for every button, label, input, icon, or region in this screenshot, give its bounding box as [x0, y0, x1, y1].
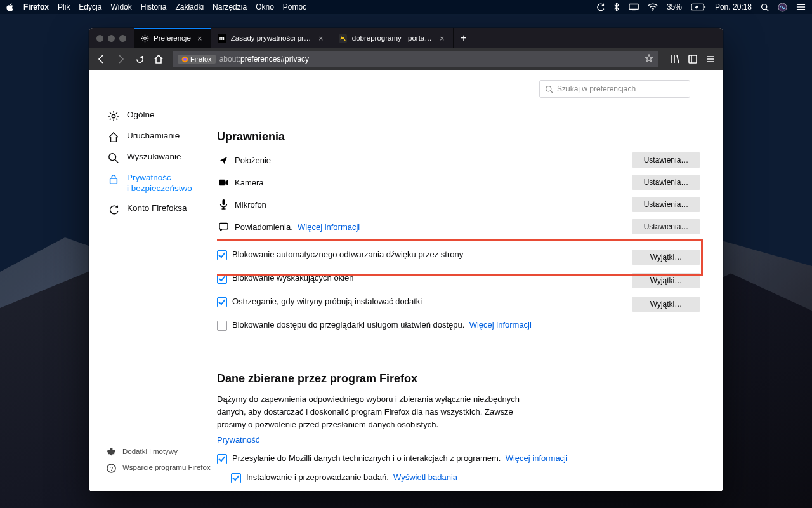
apple-icon[interactable] [6, 3, 15, 11]
addons-exceptions-button[interactable]: Wyjątki… [632, 297, 700, 312]
a11y-more-info-link[interactable]: Więcej informacji [469, 320, 532, 330]
close-icon[interactable]: × [317, 34, 325, 43]
notification-center-icon[interactable] [796, 3, 806, 11]
location-settings-button[interactable]: Ustawienia… [632, 152, 700, 168]
siri-icon[interactable] [778, 3, 787, 12]
telemetry-label: Przesyłanie do Mozilli danych techniczny… [232, 453, 700, 463]
sidebar-button[interactable] [684, 50, 702, 68]
telemetry-more-info-link[interactable]: Więcej informacji [506, 453, 568, 463]
microphone-settings-button[interactable]: Ustawienia… [632, 197, 700, 212]
svg-point-4 [762, 4, 767, 9]
app-menu-button[interactable] [702, 50, 719, 68]
battery-icon[interactable] [691, 3, 706, 11]
notifications-settings-button[interactable]: Ustawienia… [632, 219, 700, 234]
svg-point-12 [112, 114, 115, 117]
view-studies-link[interactable]: Wyświetl badania [393, 472, 457, 482]
autoplay-exceptions-button[interactable]: Wyjątki… [632, 250, 700, 265]
block-a11y-label: Blokowanie dostępu do przeglądarki usług… [232, 320, 700, 330]
permission-row-location: Położenie Ustawienia… [217, 151, 700, 169]
tab-label: Preferencje [154, 34, 191, 42]
block-popups-checkbox[interactable] [217, 274, 227, 284]
block-popups-label: Blokowanie wyskakujących okien [232, 273, 627, 283]
wifi-icon[interactable] [648, 3, 658, 11]
bookmark-star-icon[interactable] [645, 54, 653, 65]
identity-label: Firefox [190, 55, 212, 63]
minimize-window-icon[interactable] [108, 35, 115, 42]
tab-dobreprogramy[interactable]: dobreprogramy - portal nie tylk × [332, 28, 454, 48]
sidebar-support-link[interactable]: ? Wsparcie programu Firefox [107, 460, 214, 476]
tab-privacy-policy[interactable]: m Zasady prywatności przeglądar × [211, 28, 332, 48]
menubar-plik[interactable]: Plik [58, 3, 70, 11]
zoom-window-icon[interactable] [119, 35, 126, 42]
close-icon[interactable]: × [195, 34, 204, 43]
permission-row-camera: Kamera Ustawienia… [217, 173, 700, 191]
block-a11y-checkbox[interactable] [217, 321, 227, 331]
sidebar-item-label: Wsparcie programu Firefox [122, 464, 211, 471]
preferences-sidebar: Ogólne Uruchamianie Wyszukiwanie Prywatn… [89, 70, 217, 491]
display-icon[interactable] [629, 3, 639, 11]
svg-point-13 [109, 154, 116, 161]
svg-rect-11 [689, 55, 697, 63]
navigation-toolbar: Firefox about:preferences#privacy [89, 48, 723, 70]
forward-button[interactable] [112, 50, 129, 68]
tab-bar: Preferencje × m Zasady prywatności przeg… [89, 28, 723, 48]
bluetooth-icon[interactable] [614, 3, 620, 11]
menubar-edycja[interactable]: Edycja [79, 3, 102, 11]
permission-label: Położenie [235, 156, 627, 165]
notifications-icon [217, 222, 230, 231]
sidebar-item-sync[interactable]: Konto Firefoksa [108, 199, 217, 220]
site-icon [339, 34, 348, 43]
sidebar-item-label: Dodatki i motywy [122, 448, 178, 455]
spotlight-icon[interactable] [761, 3, 769, 11]
menubar-clock[interactable]: Pon. 20:18 [715, 3, 752, 11]
home-button[interactable] [150, 50, 167, 68]
sidebar-item-general[interactable]: Ogólne [108, 105, 217, 126]
back-button[interactable] [93, 50, 110, 68]
reload-button[interactable] [131, 50, 148, 68]
sidebar-addons-link[interactable]: Dodatki i motywy [107, 444, 214, 460]
tab-label: Zasady prywatności przeglądar [231, 34, 312, 42]
studies-row: Instalowanie i przeprowadzanie badań. Wy… [231, 471, 700, 485]
window-controls[interactable] [89, 28, 134, 48]
data-collection-heading: Dane zbierane przez program Firefox [217, 372, 700, 385]
sync-icon[interactable] [596, 3, 605, 11]
svg-text:?: ? [110, 465, 113, 472]
menubar-widok[interactable]: Widok [110, 3, 131, 11]
warn-addons-checkbox[interactable] [217, 297, 227, 307]
popups-exceptions-button[interactable]: Wyjątki… [632, 273, 700, 288]
telemetry-checkbox[interactable] [217, 454, 227, 464]
menubar-okno[interactable]: Okno [256, 3, 274, 11]
new-tab-button[interactable]: + [454, 28, 474, 48]
studies-checkbox[interactable] [231, 473, 241, 483]
privacy-notice-link[interactable]: Prywatność [217, 435, 259, 444]
search-placeholder: Szukaj w preferencjach [557, 84, 636, 93]
notifications-more-info-link[interactable]: Więcej informacji [298, 222, 360, 232]
close-window-icon[interactable] [96, 35, 103, 42]
permissions-heading: Uprawnienia [217, 130, 700, 144]
preferences-search-input[interactable]: Szukaj w preferencjach [539, 80, 690, 98]
svg-point-7 [143, 37, 146, 39]
battery-percent[interactable]: 35% [667, 3, 682, 11]
tab-preferences[interactable]: Preferencje × [134, 28, 211, 48]
warn-addons-row: Ostrzeganie, gdy witryny próbują instalo… [217, 295, 700, 314]
close-icon[interactable]: × [438, 34, 447, 43]
menubar-historia[interactable]: Historia [141, 3, 167, 11]
firefox-window: Preferencje × m Zasady prywatności przeg… [89, 28, 723, 491]
menubar-app[interactable]: Firefox [23, 3, 49, 11]
library-button[interactable] [666, 50, 684, 68]
identity-box[interactable]: Firefox [178, 55, 216, 64]
sidebar-item-home[interactable]: Uruchamianie [108, 126, 217, 147]
block-autoplay-checkbox[interactable] [217, 250, 227, 260]
mozilla-icon: m [218, 34, 226, 43]
sidebar-item-search[interactable]: Wyszukiwanie [108, 147, 217, 168]
url-bar[interactable]: Firefox about:preferences#privacy [173, 51, 658, 67]
camera-icon [217, 178, 230, 187]
menubar-zakladki[interactable]: Zakładki [175, 3, 204, 11]
permission-label: Mikrofon [235, 200, 627, 210]
menubar-narzedzia[interactable]: Narzędzia [213, 3, 247, 11]
camera-settings-button[interactable]: Ustawienia… [632, 175, 700, 190]
menubar-pomoc[interactable]: Pomoc [283, 3, 306, 11]
svg-rect-14 [110, 178, 117, 184]
sidebar-item-privacy[interactable]: Prywatność i bezpieczeństwo [108, 168, 217, 199]
permission-row-notifications: Powiadomienia. Więcej informacji Ustawie… [217, 218, 700, 236]
